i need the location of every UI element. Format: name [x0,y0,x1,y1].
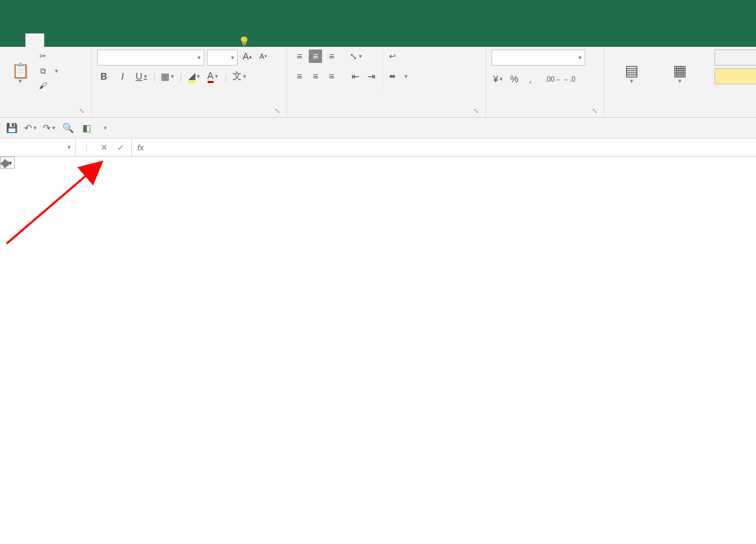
styles-group-label [610,113,704,117]
table-format-icon: ▦ [673,64,686,78]
group-alignment: ≡ ≡ ≡ ⤡ ≡ ≡ ≡ ⇤ ⇥ ↩ ⬌ [287,47,486,117]
bucket-icon: ◢ [188,70,196,83]
dialog-launcher-icon[interactable]: ⤡ [79,107,84,114]
qat-customize-button[interactable]: ▾ [99,122,111,134]
increase-indent-button[interactable]: ⇥ [365,70,378,83]
title-bar [0,0,756,20]
formula-bar-input[interactable] [149,139,756,156]
qat-redo-button[interactable]: ↷ [43,122,55,134]
lightbulb-icon: 💡 [238,36,250,47]
tab-developer[interactable] [175,33,194,47]
clipboard-group-label: ⤡ [5,113,86,117]
spreadsheet-grid[interactable]: ▦▾ ✥ [0,157,756,531]
font-color-button[interactable]: A [206,70,220,83]
ribbon-tabs: 💡 [0,20,756,47]
styles-partial-label [714,113,751,117]
increase-font-button[interactable]: A▴ [240,50,254,63]
decrease-font-button[interactable]: A▾ [256,50,270,63]
phonetic-icon: 文 [232,70,242,82]
fx-button[interactable]: fx [132,139,149,156]
bold-button[interactable]: B [97,70,110,83]
comma-format-button[interactable]: , [524,72,537,86]
merge-icon: ⬌ [387,71,398,82]
fill-color-button[interactable]: ◢ [187,70,201,83]
align-right-button[interactable]: ≡ [325,70,338,83]
group-styles-buttons: ▤ ▾ ▦ ▾ [605,47,709,117]
formula-bar-buttons: ⋮ ✕ ✓ [76,139,132,156]
tab-view[interactable] [157,33,175,47]
font-group-label: ⤡ [97,113,281,117]
merge-center-button[interactable]: ⬌ [387,70,408,83]
tab-page-layout[interactable] [63,33,82,47]
quick-access-toolbar: 💾 ↶ ↷ 🔍 ◧ ▾ [0,118,756,139]
cell-style-neutral[interactable] [714,68,756,84]
format-painter-button[interactable]: 🖌 [37,79,58,92]
number-format-combo[interactable]: ▾ [492,50,585,66]
format-as-table-button[interactable]: ▦ ▾ [658,50,701,99]
dialog-launcher-icon[interactable]: ⤡ [275,107,280,114]
alignment-group-label: ⤡ [293,113,480,117]
cond-format-icon: ▤ [625,64,638,78]
name-box[interactable]: ▾ [0,139,76,156]
border-button[interactable]: ▦ [161,70,174,83]
cut-button[interactable]: ✂ [37,50,58,63]
increase-decimal-button[interactable]: .00→ [546,72,560,86]
custom-icon: ◧ [82,122,91,133]
wrap-icon: ↩ [387,51,398,62]
qat-print-preview-button[interactable]: 🔍 [62,122,74,134]
tab-data[interactable] [100,33,119,47]
group-cell-styles [709,47,756,117]
font-color-icon: A [208,70,214,83]
tab-insert[interactable] [44,33,63,47]
wrap-text-button[interactable]: ↩ [387,50,408,63]
cancel-formula-button[interactable]: ✕ [100,143,108,153]
tab-file[interactable] [7,33,25,47]
paste-icon: 📋 [13,64,27,78]
group-number: ▾ ¥ % , .00→ ←.0 ⤡ [486,47,605,117]
percent-format-button[interactable]: % [508,72,521,86]
orientation-button[interactable]: ⤡ [349,50,362,63]
tab-home[interactable] [25,33,44,47]
align-center-button[interactable]: ≡ [309,70,322,83]
underline-button[interactable]: U [135,70,148,83]
tab-formulas[interactable] [82,33,100,47]
copy-button[interactable]: ⧉ [37,64,58,78]
currency-icon: ¥ [494,74,499,84]
align-middle-button[interactable]: ≡ [309,50,322,63]
align-left-button[interactable]: ≡ [293,70,306,83]
undo-icon: ↶ [24,122,32,133]
group-clipboard: 📋 ▾ ✂ ⧉ 🖌 ⤡ [0,47,92,117]
align-bottom-button[interactable]: ≡ [325,50,338,63]
group-font: ▾ ▾ A▴ A▾ B I U | ▦ | ◢ A | 文 ⤡ [92,47,287,117]
tab-help[interactable] [194,33,213,47]
print-icon: 🔍 [62,122,74,133]
formula-buttons-sep: ⋮ [82,143,91,153]
phonetic-button[interactable]: 文 [232,70,246,83]
conditional-formatting-button[interactable]: ▤ ▾ [610,50,653,99]
dialog-launcher-icon[interactable]: ⤡ [592,107,597,114]
dialog-launcher-icon[interactable]: ⤡ [473,107,479,114]
save-icon: 💾 [6,122,17,133]
ribbon: 📋 ▾ ✂ ⧉ 🖌 ⤡ ▾ ▾ A▴ A▾ B I U [0,47,756,118]
enter-formula-button[interactable]: ✓ [117,143,125,153]
align-top-button[interactable]: ≡ [293,50,306,63]
qat-save-button[interactable]: 💾 [5,122,17,134]
svg-line-0 [7,163,100,244]
decrease-indent-button[interactable]: ⇤ [349,70,362,83]
annotation-arrow [0,157,121,250]
tab-review[interactable] [119,33,138,47]
font-name-combo[interactable]: ▾ [97,50,204,66]
formula-bar-row: ▾ ⋮ ✕ ✓ fx [0,139,756,157]
qat-undo-button[interactable]: ↶ [24,122,36,134]
redo-icon: ↷ [43,122,51,133]
tell-me[interactable]: 💡 [238,36,254,47]
italic-button[interactable]: I [116,70,129,83]
paste-button[interactable]: 📋 ▾ [5,50,35,99]
decrease-decimal-button[interactable]: ←.0 [562,72,576,86]
accounting-format-button[interactable]: ¥ [492,72,505,86]
cell-style-normal[interactable] [714,50,756,66]
font-size-combo[interactable]: ▾ [207,50,238,66]
tab-pdf-tools[interactable] [213,33,232,47]
qat-custom-button[interactable]: ◧ [80,122,92,134]
tab-new-tab[interactable] [138,33,157,47]
